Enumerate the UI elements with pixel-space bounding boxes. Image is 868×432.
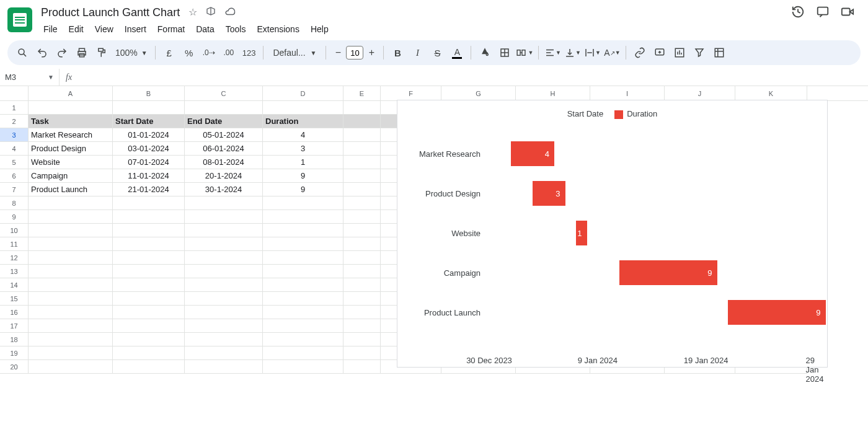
cell[interactable] [29, 292, 113, 306]
undo-icon[interactable] [33, 44, 51, 61]
cell[interactable] [185, 306, 263, 319]
name-box[interactable]: M3▼ [0, 69, 60, 86]
column-header[interactable]: A [29, 86, 113, 100]
meet-icon[interactable] [841, 5, 854, 20]
cell[interactable] [29, 333, 113, 346]
row-header[interactable]: 6 [0, 169, 29, 183]
row-header[interactable]: 14 [0, 278, 29, 292]
row-header[interactable]: 16 [0, 306, 29, 319]
cell[interactable] [29, 196, 113, 210]
currency-icon[interactable]: £ [161, 44, 178, 61]
cell[interactable] [185, 333, 263, 346]
merge-cells-icon[interactable]: ▼ [516, 44, 533, 61]
cell[interactable] [343, 265, 381, 278]
cell[interactable] [185, 265, 263, 278]
cell[interactable] [113, 196, 185, 210]
history-icon[interactable] [791, 5, 805, 20]
cell[interactable] [263, 101, 343, 115]
column-header[interactable]: E [343, 86, 381, 100]
menu-insert[interactable]: Insert [120, 22, 151, 37]
functions-icon[interactable] [711, 44, 728, 61]
paint-format-icon[interactable] [93, 44, 110, 61]
row-header[interactable]: 17 [0, 319, 29, 333]
row-header[interactable]: 13 [0, 265, 29, 278]
cell[interactable] [343, 278, 381, 292]
row-header[interactable]: 12 [0, 251, 29, 265]
cell[interactable]: 08-01-2024 [185, 156, 263, 169]
cell[interactable]: 07-01-2024 [113, 156, 185, 169]
cell[interactable]: Product Design [29, 142, 113, 156]
cell[interactable] [185, 210, 263, 224]
cell[interactable] [263, 237, 343, 251]
cell[interactable] [113, 278, 185, 292]
cell[interactable] [29, 210, 113, 224]
cell[interactable] [343, 251, 381, 265]
cell[interactable] [343, 224, 381, 237]
cell[interactable]: Market Research [29, 128, 113, 142]
cell[interactable] [343, 101, 381, 115]
cell[interactable]: 11-01-2024 [113, 169, 185, 183]
cell[interactable] [113, 360, 185, 374]
cell[interactable] [29, 319, 113, 333]
cell[interactable] [113, 237, 185, 251]
cell[interactable]: Product Launch [29, 183, 113, 196]
column-header[interactable]: I [590, 86, 665, 100]
cell[interactable] [263, 306, 343, 319]
cell[interactable]: Task [29, 115, 113, 128]
menu-format[interactable]: Format [153, 22, 190, 37]
cell[interactable] [343, 115, 381, 128]
search-menus-icon[interactable] [14, 44, 31, 61]
cell[interactable] [343, 169, 381, 183]
column-header[interactable]: H [516, 86, 590, 100]
row-header[interactable]: 2 [0, 115, 29, 128]
menu-data[interactable]: Data [191, 22, 219, 37]
cell[interactable] [185, 224, 263, 237]
insert-chart-icon[interactable] [671, 44, 688, 61]
column-header[interactable]: J [665, 86, 735, 100]
cell[interactable]: Website [29, 156, 113, 169]
cell[interactable] [263, 251, 343, 265]
cell[interactable] [185, 292, 263, 306]
cell[interactable]: 9 [263, 183, 343, 196]
cell[interactable] [263, 319, 343, 333]
row-header[interactable]: 1 [0, 101, 29, 115]
cell[interactable] [343, 142, 381, 156]
decrease-decimal-icon[interactable]: .0⇢ [200, 44, 218, 61]
formula-input[interactable] [78, 69, 868, 86]
cell[interactable] [185, 101, 263, 115]
menu-edit[interactable]: Edit [64, 22, 89, 37]
cell[interactable] [29, 237, 113, 251]
cell[interactable] [185, 278, 263, 292]
cell[interactable]: Duration [263, 115, 343, 128]
font-family-select[interactable]: Defaul...▼ [268, 46, 321, 60]
cell[interactable]: 21-01-2024 [113, 183, 185, 196]
zoom-select[interactable]: 100%▼ [113, 48, 150, 58]
document-title[interactable]: Product Launch Gantt Chart [38, 5, 182, 20]
bold-icon[interactable]: B [389, 44, 406, 61]
percent-icon[interactable]: % [180, 44, 198, 61]
horizontal-align-icon[interactable]: ▼ [544, 44, 561, 61]
row-header[interactable]: 3 [0, 128, 29, 142]
filter-icon[interactable] [691, 44, 708, 61]
cell[interactable] [113, 265, 185, 278]
menu-file[interactable]: File [38, 22, 63, 37]
text-wrap-icon[interactable]: ▼ [583, 44, 601, 61]
cell[interactable] [113, 333, 185, 346]
row-header[interactable]: 8 [0, 196, 29, 210]
vertical-align-icon[interactable]: ▼ [564, 44, 581, 61]
cell[interactable] [343, 210, 381, 224]
cell[interactable]: 01-01-2024 [113, 128, 185, 142]
insert-comment-icon[interactable] [651, 44, 668, 61]
cloud-status-icon[interactable] [224, 6, 236, 20]
cell[interactable] [343, 360, 381, 374]
cell[interactable] [263, 224, 343, 237]
cell[interactable] [29, 101, 113, 115]
text-color-icon[interactable]: A [448, 44, 466, 61]
cell[interactable] [263, 292, 343, 306]
column-header[interactable]: F [381, 86, 441, 100]
font-size-increase[interactable]: + [365, 47, 378, 58]
cell[interactable] [29, 306, 113, 319]
cell[interactable] [185, 319, 263, 333]
row-header[interactable]: 9 [0, 210, 29, 224]
font-size-input[interactable] [346, 46, 363, 60]
